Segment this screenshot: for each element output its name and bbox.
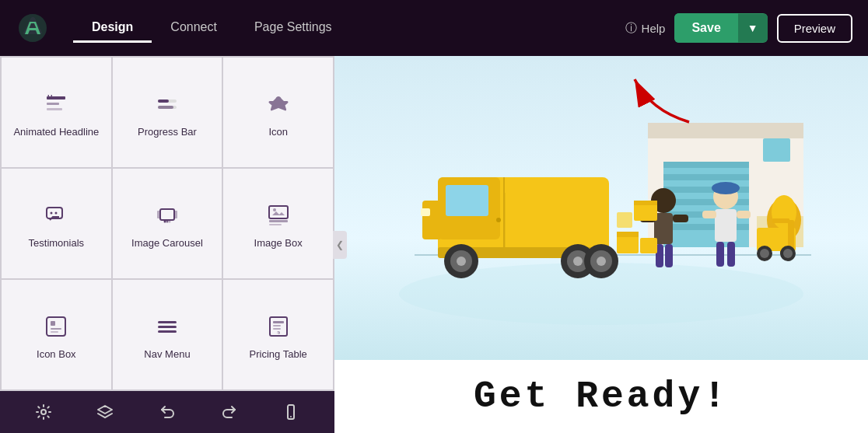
svg-rect-30 (273, 325, 281, 326)
delivery-scene-svg (376, 76, 827, 340)
widget-grid: H Animated Headline Progress Bar (0, 56, 334, 391)
svg-point-61 (457, 257, 466, 266)
get-ready-text: Get Ready! (366, 375, 837, 417)
svg-rect-85 (617, 232, 639, 237)
svg-rect-53 (446, 185, 488, 216)
nav-tabs: Design Connect Page Settings (73, 14, 625, 43)
svg-rect-22 (51, 321, 55, 326)
svg-rect-26 (158, 326, 177, 328)
svg-rect-40 (648, 123, 803, 138)
svg-rect-2 (47, 108, 62, 110)
pricing-table-label: Pricing Table (250, 348, 307, 361)
svg-rect-68 (504, 193, 506, 253)
image-carousel-label: Image Carousel (131, 237, 203, 250)
mobile-toolbar-icon[interactable] (277, 398, 305, 426)
nav-tab-page-settings[interactable]: Page Settings (236, 14, 351, 43)
progress-bar-icon (153, 90, 181, 118)
svg-point-97 (783, 249, 793, 258)
svg-rect-93 (772, 218, 789, 223)
svg-rect-5 (158, 100, 169, 103)
image-box-label: Image Box (254, 237, 303, 250)
widget-image-carousel[interactable]: Image Carousel (113, 169, 222, 278)
svg-rect-82 (716, 242, 724, 267)
widget-pricing-table[interactable]: $ Pricing Table (223, 280, 333, 389)
svg-rect-72 (673, 215, 688, 222)
settings-toolbar-icon[interactable] (30, 398, 58, 426)
svg-rect-23 (51, 328, 61, 330)
svg-rect-74 (634, 201, 657, 205)
svg-point-36 (290, 416, 292, 417)
svg-rect-7 (158, 106, 173, 109)
svg-point-57 (496, 218, 501, 222)
svg-point-78 (712, 182, 740, 194)
svg-point-20 (273, 208, 276, 211)
widget-image-box[interactable]: Image Box (223, 169, 333, 278)
svg-rect-86 (640, 238, 657, 253)
svg-point-95 (760, 249, 769, 258)
widget-sidebar: H Animated Headline Progress Bar (0, 56, 334, 433)
svg-rect-21 (47, 317, 65, 336)
svg-point-34 (41, 410, 46, 414)
top-navigation: Design Connect Page Settings ⓘ Help Save… (0, 0, 868, 56)
help-circle-icon: ⓘ (625, 21, 637, 36)
preview-button[interactable]: Preview (777, 14, 852, 43)
delivery-illustration (334, 56, 868, 360)
testimonials-icon (42, 201, 70, 229)
svg-rect-87 (617, 212, 632, 228)
svg-rect-54 (422, 201, 442, 239)
widget-icon[interactable]: Icon (223, 58, 333, 167)
svg-rect-42 (663, 162, 749, 168)
svg-rect-81 (737, 211, 751, 218)
icon-box-label: Icon Box (37, 348, 76, 361)
svg-point-67 (597, 257, 606, 266)
widget-progress-bar[interactable]: Progress Bar (113, 58, 222, 167)
svg-rect-27 (158, 330, 177, 333)
svg-rect-17 (269, 206, 288, 218)
svg-text:H: H (47, 93, 53, 101)
svg-rect-79 (715, 209, 737, 242)
widget-nav-menu[interactable]: Nav Menu (113, 280, 222, 389)
svg-rect-55 (421, 208, 430, 216)
icon-label: Icon (268, 126, 288, 139)
svg-rect-1 (47, 103, 59, 105)
progress-bar-label: Progress Bar (138, 126, 197, 139)
nav-right-actions: ⓘ Help Save ▼ Preview (625, 13, 852, 43)
svg-rect-13 (174, 211, 177, 218)
svg-point-14 (163, 221, 166, 223)
sidebar-toggle[interactable]: ❮ (333, 231, 347, 259)
image-carousel-icon (153, 201, 181, 229)
pricing-table-icon: $ (264, 313, 292, 340)
svg-rect-31 (273, 328, 281, 330)
widget-icon-box[interactable]: Icon Box (2, 280, 111, 389)
help-button[interactable]: ⓘ Help (625, 21, 666, 36)
svg-rect-25 (158, 321, 177, 323)
nav-tab-design[interactable]: Design (73, 14, 152, 43)
svg-rect-11 (160, 209, 174, 220)
help-label: Help (642, 22, 666, 35)
animated-headline-label: Animated Headline (13, 126, 99, 139)
widget-testimonials[interactable]: Testimonials (2, 169, 111, 278)
undo-toolbar-icon[interactable] (153, 398, 181, 426)
svg-point-10 (55, 212, 58, 215)
icon-box-icon (42, 313, 70, 340)
svg-point-16 (168, 221, 170, 223)
svg-rect-19 (269, 224, 282, 225)
layers-toolbar-icon[interactable] (91, 398, 119, 426)
nav-menu-label: Nav Menu (144, 348, 190, 361)
animated-headline-icon: H (42, 90, 70, 118)
redo-toolbar-icon[interactable] (215, 398, 243, 426)
nav-menu-icon (153, 313, 181, 340)
save-dropdown-button[interactable]: ▼ (738, 14, 768, 42)
svg-rect-43 (663, 174, 749, 180)
save-button[interactable]: Save (674, 13, 737, 43)
sidebar-toolbar (0, 391, 334, 433)
svg-rect-29 (273, 321, 284, 323)
widget-animated-headline[interactable]: H Animated Headline (2, 58, 111, 167)
save-button-group: Save ▼ (674, 13, 767, 43)
svg-rect-80 (702, 211, 716, 218)
svg-rect-76 (665, 244, 673, 267)
svg-rect-24 (51, 331, 58, 333)
svg-rect-12 (157, 211, 160, 218)
nav-tab-connect[interactable]: Connect (152, 14, 236, 43)
svg-point-15 (166, 221, 168, 223)
